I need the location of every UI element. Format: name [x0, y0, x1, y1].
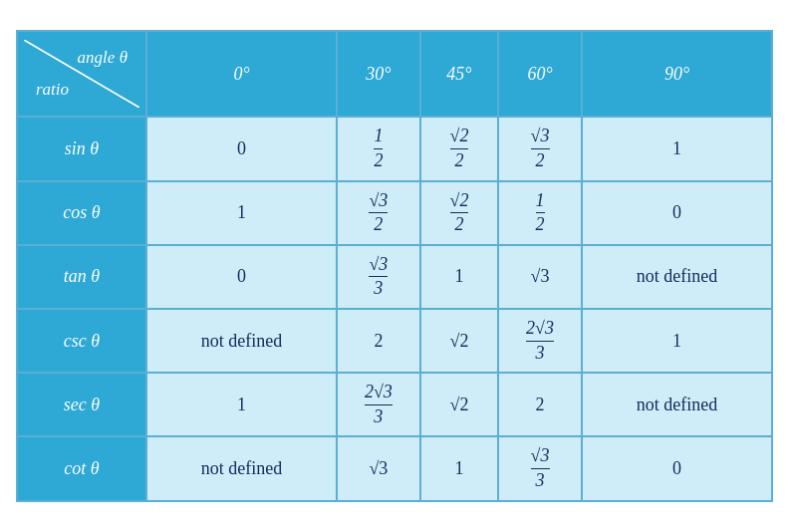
- row-label-sin: sin θ: [17, 117, 146, 180]
- col-header-60: 60°: [498, 31, 582, 117]
- tan-0: 0: [146, 245, 337, 309]
- csc-90: 1: [582, 309, 772, 373]
- angle-label: angle θ: [78, 48, 128, 68]
- col-header-90: 90°: [582, 31, 772, 117]
- row-label-tan: tan θ: [17, 245, 146, 309]
- ratio-label: ratio: [36, 80, 69, 100]
- cot-45: 1: [420, 436, 498, 500]
- col-header-0: 0°: [146, 31, 337, 117]
- sec-0: 1: [146, 373, 337, 436]
- sin-90: 1: [582, 117, 772, 180]
- csc-60: 2√33: [498, 309, 582, 373]
- cot-30: √3: [337, 436, 420, 500]
- sec-60: 2: [498, 373, 582, 436]
- sin-0: 0: [146, 117, 337, 180]
- row-label-sec: sec θ: [17, 373, 146, 436]
- cos-60: 12: [498, 181, 582, 245]
- csc-45: √2: [420, 309, 498, 373]
- row-label-cot: cot θ: [17, 436, 146, 500]
- cot-90: 0: [582, 436, 772, 500]
- csc-0: not defined: [146, 309, 337, 373]
- sec-30: 2√33: [337, 373, 420, 436]
- csc-30: 2: [337, 309, 420, 373]
- trig-ratios-table: angle θ ratio 0° 30° 45° 60° 90° sin θ 0…: [16, 30, 773, 501]
- cot-0: not defined: [146, 436, 337, 500]
- cos-90: 0: [582, 181, 772, 245]
- tan-90: not defined: [582, 245, 772, 309]
- tan-45: 1: [420, 245, 498, 309]
- tan-60: √3: [498, 245, 582, 309]
- cos-45: √22: [420, 181, 498, 245]
- cot-60: √33: [498, 436, 582, 500]
- cos-0: 1: [146, 181, 337, 245]
- col-header-30: 30°: [337, 31, 420, 117]
- col-header-45: 45°: [420, 31, 498, 117]
- sec-45: √2: [420, 373, 498, 436]
- row-label-csc: csc θ: [17, 309, 146, 373]
- tan-30: √33: [337, 245, 420, 309]
- sin-45: √22: [420, 117, 498, 180]
- corner-cell: angle θ ratio: [17, 31, 146, 117]
- sin-60: √32: [498, 117, 582, 180]
- sin-30: 12: [337, 117, 420, 180]
- row-label-cos: cos θ: [17, 181, 146, 245]
- sec-90: not defined: [582, 373, 772, 436]
- cos-30: √32: [337, 181, 420, 245]
